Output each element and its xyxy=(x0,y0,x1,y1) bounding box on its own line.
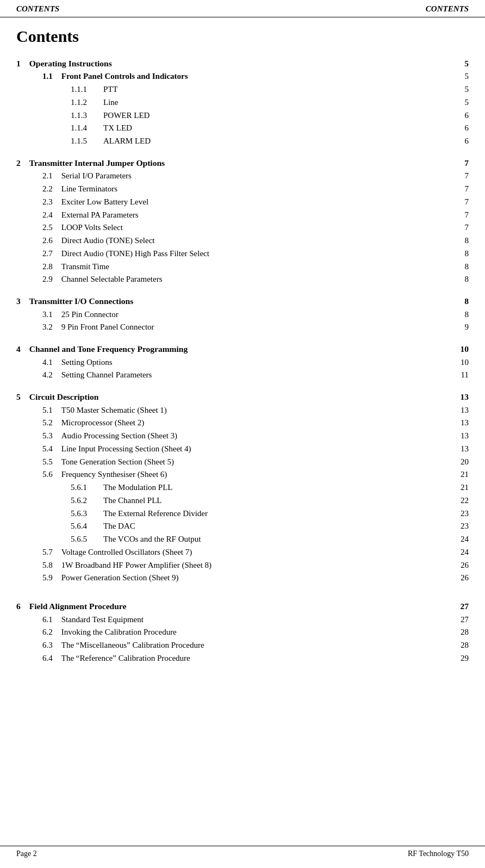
toc-row: 4.1Setting Options10 xyxy=(16,357,469,369)
toc-row: 5.4Line Input Processing Section (Sheet … xyxy=(16,443,469,455)
toc-section: 4Channel and Tone Frequency Programming1… xyxy=(16,343,469,381)
page-title: Contents xyxy=(16,27,469,46)
toc-row: 2Transmitter Internal Jumper Options7 xyxy=(16,157,469,169)
toc-section: 6Field Alignment Procedure276.1Standard … xyxy=(16,600,469,664)
toc-row: 2.3Exciter Low Battery Level7 xyxy=(16,196,469,208)
toc-row: 6.2Invoking the Calibration Procedure28 xyxy=(16,627,469,638)
toc-row: 6.1Standard Test Equipment27 xyxy=(16,614,469,626)
toc-row: 1.1.1PTT5 xyxy=(16,84,469,96)
page-footer: Page 2 RF Technology T50 xyxy=(0,846,485,858)
toc-row: 4Channel and Tone Frequency Programming1… xyxy=(16,343,469,355)
footer-left: Page 2 xyxy=(16,850,37,858)
toc-row: 2.7Direct Audio (TONE) High Pass Filter … xyxy=(16,248,469,260)
toc-section: 2Transmitter Internal Jumper Options72.1… xyxy=(16,157,469,286)
toc-row: 3.29 Pin Front Panel Connector9 xyxy=(16,321,469,333)
toc-row: 4.2Setting Channel Parameters11 xyxy=(16,369,469,381)
header-right: CONTENTS xyxy=(426,4,469,14)
toc-section: 1Operating Instructions51.1Front Panel C… xyxy=(16,58,469,147)
toc-row: 1.1.4TX LED6 xyxy=(16,122,469,134)
toc-row: 5.2Microprocessor (Sheet 2)13 xyxy=(16,417,469,429)
main-content: Contents 1Operating Instructions51.1Fron… xyxy=(0,17,485,707)
toc-row: 5.7Voltage Controlled Oscillators (Sheet… xyxy=(16,547,469,559)
toc-row: 5.5Tone Generation Section (Sheet 5)20 xyxy=(16,456,469,468)
toc-row: 5.1T50 Master Schematic (Sheet 1)13 xyxy=(16,405,469,417)
toc-row: 3Transmitter I/O Connections8 xyxy=(16,295,469,307)
toc-row: 3.125 Pin Connector8 xyxy=(16,309,469,321)
toc-row: 2.8Transmit Time8 xyxy=(16,261,469,273)
toc-section: 3Transmitter I/O Connections83.125 Pin C… xyxy=(16,295,469,333)
toc-row: 5.81W Broadband HF Power Amplifier (Shee… xyxy=(16,560,469,572)
toc-row: 2.2Line Terminators7 xyxy=(16,183,469,195)
toc-row: 2.4External PA Parameters7 xyxy=(16,209,469,221)
toc-container: 1Operating Instructions51.1Front Panel C… xyxy=(16,58,469,665)
toc-section: 5Circuit Description135.1T50 Master Sche… xyxy=(16,391,469,584)
toc-row: 5.6.3The External Reference Divider23 xyxy=(16,508,469,520)
toc-row: 5.6.1The Modulation PLL21 xyxy=(16,482,469,494)
toc-row: 1.1.3POWER LED6 xyxy=(16,110,469,122)
toc-row: 1Operating Instructions5 xyxy=(16,58,469,70)
toc-row: 6.3The “Miscellaneous” Calibration Proce… xyxy=(16,640,469,652)
toc-row: 5.3Audio Processing Section (Sheet 3)13 xyxy=(16,430,469,442)
toc-row: 5.9Power Generation Section (Sheet 9)26 xyxy=(16,572,469,584)
footer-right: RF Technology T50 xyxy=(408,850,469,858)
toc-row: 2.9Channel Selectable Parameters8 xyxy=(16,274,469,286)
header-left: CONTENTS xyxy=(16,4,59,14)
toc-row: 2.1Serial I/O Parameters7 xyxy=(16,170,469,182)
toc-row: 6.4The “Reference” Calibration Procedure… xyxy=(16,653,469,665)
toc-row: 1.1.2Line5 xyxy=(16,97,469,109)
toc-row: 1.1.5ALARM LED6 xyxy=(16,135,469,147)
toc-row: 6Field Alignment Procedure27 xyxy=(16,600,469,612)
toc-row: 2.6Direct Audio (TONE) Select8 xyxy=(16,235,469,247)
toc-row: 1.1Front Panel Controls and Indicators5 xyxy=(16,71,469,83)
toc-row: 5.6.4The DAC23 xyxy=(16,520,469,532)
page-header: CONTENTS CONTENTS xyxy=(0,0,485,17)
toc-row: 5.6.2The Channel PLL22 xyxy=(16,495,469,507)
toc-row: 5Circuit Description13 xyxy=(16,391,469,403)
toc-row: 5.6.5The VCOs and the RF Output24 xyxy=(16,534,469,545)
toc-row: 2.5LOOP Volts Select7 xyxy=(16,222,469,234)
toc-row: 5.6Frequency Synthesiser (Sheet 6)21 xyxy=(16,469,469,481)
